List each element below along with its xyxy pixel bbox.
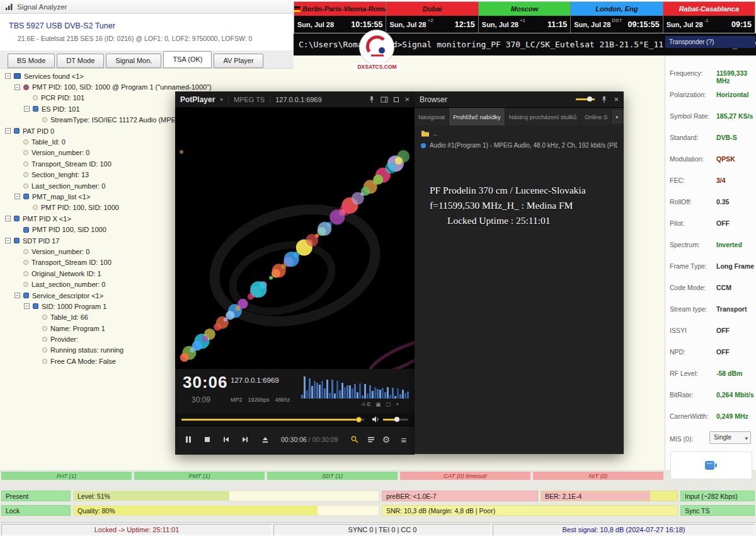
tree-node-icon <box>42 117 47 122</box>
audio-item-icon <box>421 143 426 148</box>
pause-button[interactable] <box>180 431 197 448</box>
browser-tab[interactable]: Nástroj procházení titulků <box>505 108 581 125</box>
browser-tab[interactable]: Online S <box>581 108 612 125</box>
sidebar-row-value: OFF <box>716 219 730 227</box>
sidebar-row: ISSYIOFF <box>665 320 755 342</box>
tree-expander[interactable]: − <box>14 194 20 199</box>
tree-expander[interactable]: − <box>24 303 30 309</box>
elapsed-time: 30:06 <box>183 373 228 392</box>
tree-item[interactable]: −Services found <1> <box>3 71 292 81</box>
psi-bar: PAT (1) <box>1 472 132 480</box>
video-area[interactable] <box>175 108 415 369</box>
volume-knob[interactable] <box>394 417 399 422</box>
preber-meter: preBER: <1.0E-7 <box>382 491 538 501</box>
clock-zone-label: Dubai <box>423 5 442 13</box>
tab-dt-mode[interactable]: DT Mode <box>57 54 104 68</box>
speaker-icon[interactable] <box>372 416 380 423</box>
browser-tabs: NavigovatProhlížeč nabídkyNástroj prochá… <box>415 108 624 126</box>
playlist-button[interactable] <box>363 431 379 448</box>
sidebar-row-label: ISSYI <box>670 327 687 334</box>
eject-button[interactable] <box>257 431 273 448</box>
tab-av-player[interactable]: AV Player <box>214 54 263 68</box>
stop-button[interactable] <box>199 431 215 448</box>
sidebar-row: Code Mode:CCM <box>665 277 755 299</box>
clock-zone-name: Dubai <box>386 2 478 16</box>
input-indicator: Input (~282 Kbps) <box>680 491 755 501</box>
seek-knob[interactable] <box>356 417 362 422</box>
quality-meter: Quality: 80% <box>73 505 379 516</box>
tree-expander[interactable]: − <box>5 73 11 79</box>
codec-label: MP2 <box>231 397 243 403</box>
tree-node-icon <box>42 315 47 320</box>
browser-tab[interactable]: Navigovat <box>415 108 449 125</box>
browser-title: Browser <box>420 95 447 104</box>
tree-expander[interactable]: − <box>24 106 30 112</box>
folder-up-row[interactable]: .. <box>415 125 624 138</box>
close-icon[interactable]: × <box>614 95 619 103</box>
stream-url-label: 127.0.0.1:6969 <box>231 376 279 384</box>
tree-expander[interactable]: − <box>14 84 20 90</box>
menu-button[interactable]: ≡ <box>396 431 412 448</box>
clock-offset: DST <box>612 18 622 23</box>
player-titlebar[interactable]: PotPlayer ▾ MPEG TS 127.0.0.1:6969 × <box>175 91 415 108</box>
player-app-name[interactable]: PotPlayer <box>180 95 215 104</box>
next-button[interactable] <box>237 431 253 448</box>
tree-item-label: PMT PID X <1> <box>23 215 71 223</box>
tree-expander[interactable]: − <box>5 128 11 134</box>
psi-bar: CAT (0) timeout! <box>400 472 530 480</box>
tab-signal-mon-[interactable]: Signal Mon. <box>106 54 161 68</box>
list-item[interactable]: Audio #1(Program 1) - MPEG Audio, 48.0 k… <box>415 138 624 150</box>
browser-titlebar[interactable]: Browser × <box>415 91 624 108</box>
player-info-panel: 30:06 30:09 127.0.0.1:6969 MP2 192kbps 4… <box>175 369 415 413</box>
search-button[interactable] <box>346 431 363 448</box>
osd-line: PF Prodelin 370 cm / Lucenec-Slovakia <box>430 183 620 198</box>
sidebar-row-label: Polarization: <box>670 91 706 98</box>
tree-expander[interactable]: − <box>5 216 11 221</box>
tab-bs-mode[interactable]: BS Mode <box>8 54 55 68</box>
close-icon[interactable]: × <box>404 95 410 103</box>
tree-expander[interactable]: − <box>5 238 11 243</box>
mis-dropdown[interactable]: Single ▾ <box>709 431 751 444</box>
sidebar-row-label: Stream type: <box>670 305 707 313</box>
clock-zone-time-row: Sun, Jul 28-109:15 <box>663 16 755 33</box>
clock-zone-time-row: Sun, Jul 28+212:15 <box>386 16 478 33</box>
tree-node-icon <box>14 238 20 243</box>
sidebar-row-value: 11599,333 MHz <box>716 69 755 84</box>
settings-button[interactable]: ⚙ <box>378 431 394 448</box>
tab-dropdown-button[interactable]: ▾ <box>623 110 624 123</box>
opacity-slider-knob[interactable] <box>587 96 592 102</box>
opacity-slider[interactable] <box>576 98 595 100</box>
tab-tsa-ok-[interactable]: TSA (OK) <box>163 51 212 68</box>
seek-slider[interactable] <box>181 419 364 421</box>
clock-offset: +2 <box>427 18 433 23</box>
mis-value: Single <box>714 434 731 441</box>
folder-icon <box>421 129 430 137</box>
previous-button[interactable] <box>218 431 234 448</box>
spectrum-mini-buttons[interactable]: A·B ▣ ▢ × <box>362 401 399 407</box>
close-mini-icon[interactable]: × <box>396 401 399 407</box>
tree-item-label: Version_number: 0 <box>32 149 89 156</box>
pin-icon[interactable] <box>601 96 607 103</box>
tree-expander[interactable]: − <box>14 293 20 298</box>
status-sync-counters: SYNC 0 | TEI 0 | CC 0 <box>273 524 491 535</box>
pin-icon[interactable] <box>369 96 375 103</box>
tree-item-label: PMT_map_list <1> <box>32 193 90 201</box>
caret-down-icon[interactable]: ▾ <box>220 96 223 103</box>
next-tabs-button[interactable]: ▸ <box>612 110 622 123</box>
tree-node-icon <box>23 84 29 90</box>
maximize-icon[interactable] <box>394 97 399 102</box>
panel-icon[interactable] <box>381 96 388 103</box>
ab-repeat-button[interactable]: A·B <box>362 401 370 407</box>
signal-parameters-sidebar: Frequency:11599,333 MHzPolarization:Hori… <box>665 55 756 470</box>
tree-item-label: PMT PID: 100, SID: 1000 @ Program 1 ("un… <box>32 83 212 91</box>
box-filled-icon[interactable]: ▣ <box>375 401 381 407</box>
tree-item-label: Transport_Stream ID: 100 <box>32 259 112 266</box>
sidebar-row-value: CCM <box>716 284 731 291</box>
volume-slider[interactable] <box>383 419 408 421</box>
box-empty-icon[interactable]: ▢ <box>386 401 391 407</box>
clock-zone: MoscowSun, Jul 28+111:15 <box>479 2 571 33</box>
tree-node-icon <box>42 337 47 342</box>
tree-item-label: Free CA Mode: False <box>50 358 116 365</box>
browser-tab[interactable]: Prohlížeč nabídky <box>449 108 505 125</box>
browser-panel: Browser × NavigovatProhlížeč nabídkyNást… <box>415 91 624 454</box>
